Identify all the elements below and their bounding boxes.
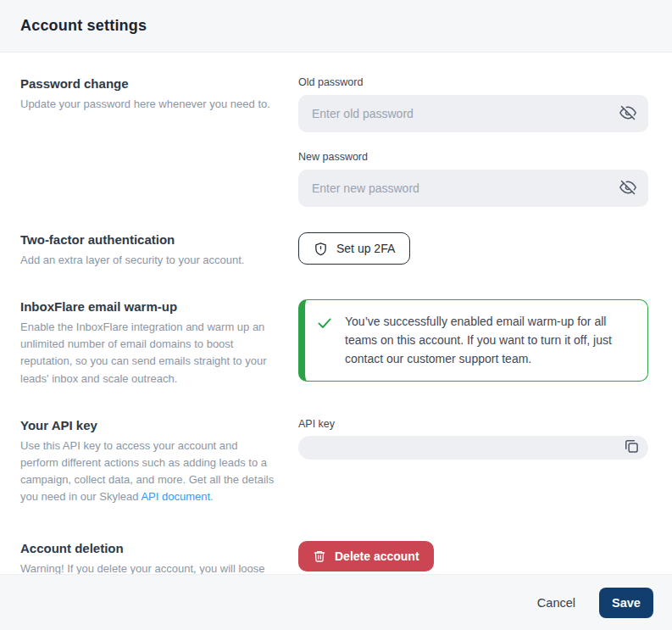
apikey-section-title: Your API key [20,418,278,432]
page-title: Account settings [20,17,147,35]
apikey-input-wrap [298,436,648,460]
check-icon [316,315,333,335]
old-password-visibility-toggle[interactable] [618,103,638,124]
deletion-section-title: Account deletion [20,541,278,555]
deletion-section-action: Delete account [298,541,648,571]
warmup-section-info: InboxFlare email warm-up Enable the Inbo… [20,299,298,387]
copy-apikey-button[interactable] [622,438,641,457]
warmup-success-alert: You’ve successfully enabled email warm-u… [298,299,648,382]
settings-content: Password change Update your password her… [0,53,672,574]
new-password-label: New password [298,151,648,163]
copy-icon [623,438,640,457]
password-section-info: Password change Update your password her… [20,76,298,113]
eye-off-icon [619,179,636,198]
new-password-group: New password [298,151,648,207]
delete-account-button-label: Delete account [335,549,419,563]
save-button[interactable]: Save [599,588,653,618]
section-password-change: Password change Update your password her… [20,76,648,207]
new-password-input[interactable] [298,170,648,207]
cancel-button[interactable]: Cancel [537,596,575,610]
section-two-factor: Two-factor authentication Add an extra l… [20,232,648,269]
section-api-key: Your API key Use this API key to access … [20,418,648,506]
new-password-visibility-toggle[interactable] [618,178,638,198]
password-section-description: Update your password here whenever you n… [20,96,278,113]
old-password-group: Old password [298,76,648,132]
twofa-section-title: Two-factor authentication [20,232,278,247]
page-header: Account settings [0,0,672,53]
section-account-deletion: Account deletion Warning! If you delete … [20,541,648,574]
password-section-title: Password change [20,76,278,91]
setup-2fa-button-label: Set up 2FA [336,242,395,255]
apikey-description-period: . [210,490,214,503]
deletion-section-description: Warning! If you delete your account, you… [20,560,278,574]
old-password-label: Old password [298,76,648,88]
warmup-section-description: Enable the InboxFlare integration and wa… [20,319,278,387]
old-password-input-wrap [298,95,648,132]
apikey-section-field: API key [298,418,648,460]
delete-account-button[interactable]: Delete account [298,541,434,571]
eye-off-icon [619,104,636,124]
form-actions-bar: Cancel Save [0,574,672,630]
api-document-link[interactable]: API document [141,490,210,503]
warmup-section-status: You’ve successfully enabled email warm-u… [298,299,648,382]
password-section-fields: Old password [298,76,648,207]
setup-2fa-button[interactable]: Set up 2FA [298,232,410,265]
old-password-input[interactable] [298,95,648,132]
trash-icon [313,549,326,563]
section-email-warmup: InboxFlare email warm-up Enable the Inbo… [20,299,648,387]
warmup-section-title: InboxFlare email warm-up [20,299,278,314]
warmup-alert-text: You’ve successfully enabled email warm-u… [345,313,632,368]
new-password-input-wrap [298,170,648,207]
apikey-section-info: Your API key Use this API key to access … [20,418,298,506]
twofa-section-info: Two-factor authentication Add an extra l… [20,232,298,269]
apikey-field-label: API key [298,418,648,430]
deletion-section-info: Account deletion Warning! If you delete … [20,541,298,574]
twofa-section-action: Set up 2FA [298,232,648,265]
apikey-section-description: Use this API key to access your account … [20,438,278,506]
shield-alert-icon [314,242,328,256]
twofa-section-description: Add an extra layer of security to your a… [20,252,278,269]
apikey-input[interactable] [298,436,648,460]
